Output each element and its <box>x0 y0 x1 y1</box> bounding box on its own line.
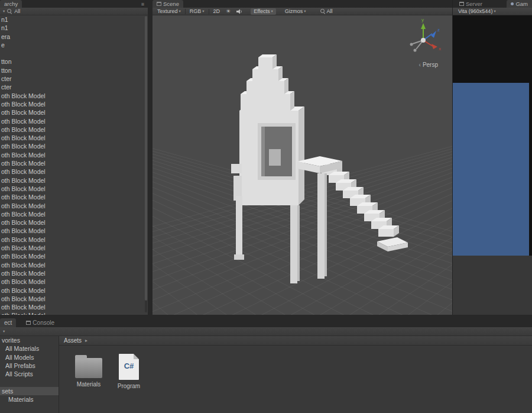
audio-toggle-button[interactable] <box>233 8 246 15</box>
aspect-ratio-dropdown[interactable]: Vita (960x544)▾ <box>455 8 499 15</box>
tab-game[interactable]: Gam <box>507 0 532 8</box>
toolbar-separator <box>185 9 186 14</box>
gizmos-dropdown[interactable]: Gizmos▾ <box>282 8 309 15</box>
game-render-area <box>453 83 529 256</box>
unity-editor-window: archy ≡ ▾ All n1 n1 era e tton tton <box>0 0 532 413</box>
page-fold <box>134 354 139 359</box>
voxel-model[interactable] <box>153 15 452 315</box>
hierarchy-item[interactable]: oth Block Model <box>0 167 144 176</box>
hierarchy-item[interactable]: tton <box>0 57 144 66</box>
hierarchy-item[interactable]: oth Block Model <box>0 227 144 235</box>
hierarchy-tab-label: archy <box>4 1 18 7</box>
game-tab-icon <box>511 2 514 5</box>
spacer-row <box>0 378 59 386</box>
assets-grid: Materials C# Program <box>59 346 532 413</box>
breadcrumb-assets[interactable]: Assets <box>64 337 82 344</box>
scrollbar-thumb[interactable] <box>145 16 147 301</box>
hierarchy-item[interactable]: oth Block Model <box>0 185 144 193</box>
hierarchy-item[interactable]: oth Block Model <box>0 100 144 108</box>
hierarchy-item[interactable]: oth Block Model <box>0 235 144 244</box>
hierarchy-item[interactable]: oth Block Model <box>0 202 144 210</box>
favorites-item[interactable]: All Scripts <box>0 370 59 378</box>
hierarchy-searchbar: ▾ All <box>0 8 148 15</box>
game-view-lower-area <box>453 256 532 315</box>
server-tab-icon <box>459 2 464 6</box>
game-tabstrip: Server Gam <box>453 0 532 8</box>
tab-project[interactable]: ect <box>0 318 16 327</box>
orientation-gizmo[interactable]: y z x <box>405 17 444 56</box>
hierarchy-item[interactable] <box>0 49 144 57</box>
hierarchy-item[interactable]: tton <box>0 66 144 75</box>
y-axis-cone[interactable] <box>421 23 426 29</box>
hierarchy-item[interactable]: oth Block Model <box>0 193 144 201</box>
hierarchy-item[interactable]: oth Block Model <box>0 311 144 315</box>
scene-tabstrip: Scene <box>153 0 452 8</box>
hierarchy-item[interactable]: oth Block Model <box>0 134 144 142</box>
hierarchy-item[interactable]: oth Block Model <box>0 117 144 125</box>
create-dropdown-chevron-icon[interactable]: ▾ <box>3 329 5 334</box>
hierarchy-item[interactable]: oth Block Model <box>0 92 144 100</box>
hierarchy-item[interactable]: oth Block Model <box>0 151 144 159</box>
scene-viewport[interactable]: y z x ‹ Persp <box>153 15 452 315</box>
favorites-item[interactable]: All Prefabs <box>0 362 59 370</box>
chevron-down-icon: ▾ <box>179 9 181 14</box>
hierarchy-item[interactable]: e <box>0 41 144 49</box>
hierarchy-item[interactable]: oth Block Model <box>0 303 144 311</box>
hierarchy-item[interactable]: oth Block Model <box>0 244 144 252</box>
search-icon <box>7 9 12 14</box>
hierarchy-item[interactable]: oth Block Model <box>0 159 144 167</box>
hierarchy-item[interactable]: oth Block Model <box>0 261 144 269</box>
hierarchy-item[interactable]: cter <box>0 83 144 91</box>
effects-dropdown[interactable]: Effects▾ <box>251 8 276 15</box>
create-menu-chevron-icon[interactable]: ▾ <box>3 9 5 14</box>
hierarchy-item[interactable]: oth Block Model <box>0 252 144 260</box>
scene-tab-label: Scene <box>163 1 179 7</box>
hierarchy-item[interactable]: oth Block Model <box>0 125 144 134</box>
assets-materials-item[interactable]: Materials <box>0 395 59 404</box>
hierarchy-item[interactable]: oth Block Model <box>0 108 144 117</box>
tab-scene[interactable]: Scene <box>153 0 183 8</box>
project-browser: Assets ▸ Materials C# Program <box>59 336 532 413</box>
lighting-toggle-button[interactable]: ☀ <box>223 8 233 15</box>
chevron-down-icon: ▾ <box>271 9 273 14</box>
scene-tab-icon <box>157 2 161 6</box>
game-toolbar: Vita (960x544)▾ <box>453 8 532 15</box>
x-axis-cone[interactable] <box>432 44 437 49</box>
hierarchy-scrollbar[interactable] <box>145 16 147 312</box>
asset-label: Materials <box>77 381 101 388</box>
favorites-header[interactable]: vorites <box>0 336 59 344</box>
assets-root-item[interactable]: sets <box>0 387 59 395</box>
tab-server[interactable]: Server <box>455 0 486 8</box>
gizmo-center[interactable] <box>421 38 426 43</box>
hierarchy-item[interactable]: oth Block Model <box>0 176 144 185</box>
render-mode-dropdown[interactable]: RGB▾ <box>187 8 207 15</box>
project-folder-column: vorites All Materials All Models All Pre… <box>0 336 59 413</box>
2d-toggle-button[interactable]: 2D <box>210 8 223 15</box>
hierarchy-item[interactable]: oth Block Model <box>0 295 144 303</box>
favorites-item[interactable]: All Models <box>0 353 59 362</box>
hierarchy-item[interactable]: oth Block Model <box>0 210 144 218</box>
favorites-item[interactable]: All Materials <box>0 344 59 353</box>
hierarchy-item[interactable]: n1 <box>0 15 144 24</box>
breadcrumb: Assets ▸ <box>59 336 532 346</box>
hierarchy-item[interactable]: era <box>0 33 144 41</box>
persp-icon: ‹ <box>419 62 421 68</box>
hierarchy-item[interactable]: cter <box>0 75 144 83</box>
project-toolbar: ▾ <box>0 327 532 336</box>
hierarchy-item[interactable]: n1 <box>0 24 144 32</box>
hierarchy-item[interactable]: oth Block Model <box>0 218 144 227</box>
panel-menu-icon[interactable]: ≡ <box>141 0 144 8</box>
search-filter-label[interactable]: All <box>14 8 20 14</box>
hierarchy-tree: n1 n1 era e tton tton cter cter oth Bloc… <box>0 15 144 315</box>
tab-hierarchy[interactable]: archy <box>0 0 22 8</box>
asset-program-script[interactable]: C# Program <box>112 353 145 389</box>
scene-search-field[interactable]: All <box>317 8 336 15</box>
asset-materials-folder[interactable]: Materials <box>72 353 105 388</box>
projection-mode[interactable]: ‹ Persp <box>419 62 438 68</box>
hierarchy-item[interactable]: oth Block Model <box>0 269 144 278</box>
hierarchy-item[interactable]: oth Block Model <box>0 278 144 286</box>
hierarchy-item[interactable]: oth Block Model <box>0 286 144 295</box>
shading-mode-dropdown[interactable]: Textured▾ <box>154 8 184 15</box>
tab-console[interactable]: Console <box>22 318 59 327</box>
hierarchy-item[interactable]: oth Block Model <box>0 142 144 150</box>
